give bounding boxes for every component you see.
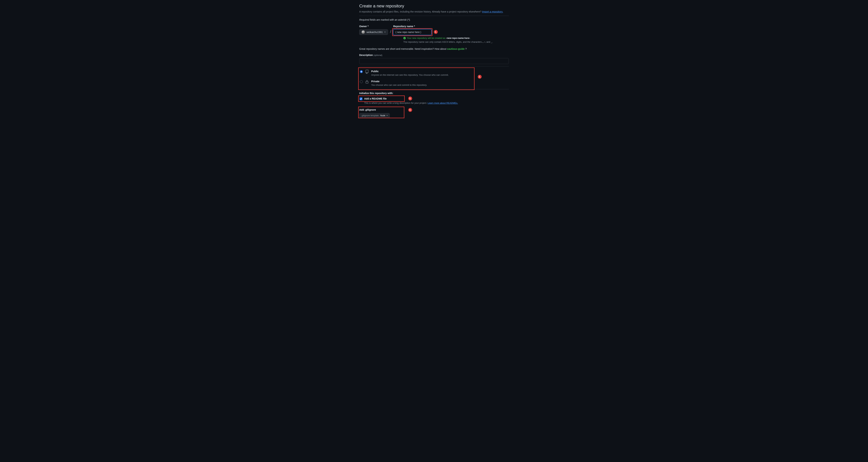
description-label: Description (optional) bbox=[359, 53, 509, 57]
gitignore-template-select[interactable]: .gitignore template: Node bbox=[359, 113, 390, 118]
divider bbox=[359, 89, 509, 89]
gitignore-template-value: Node bbox=[380, 114, 385, 117]
repo-name-inspiration: Great repository names are short and mem… bbox=[359, 47, 509, 51]
owner-repo-separator: / bbox=[390, 29, 391, 35]
visibility-public-radio[interactable] bbox=[360, 70, 363, 73]
gitignore-wrap: 4. Add .gitignore .gitignore template: N… bbox=[359, 108, 509, 118]
callout-badge-3: 3. bbox=[408, 96, 412, 100]
callout-badge-2: 2. bbox=[478, 75, 482, 79]
check-circle-icon bbox=[403, 37, 406, 39]
description-input[interactable] bbox=[359, 58, 509, 64]
repo-name-valid-msg: Your new repository will be created as -… bbox=[403, 36, 509, 40]
chevron-down-icon bbox=[386, 115, 388, 116]
owner-username: weikaichu1991 bbox=[367, 30, 383, 34]
gitignore-template-prefix: .gitignore template: bbox=[361, 114, 379, 117]
visibility-private-row[interactable]: Private You choose who can see and commi… bbox=[359, 79, 509, 89]
subhead-text: A repository contains all project files,… bbox=[359, 10, 482, 13]
readme-learn-link[interactable]: Learn more about READMEs. bbox=[428, 102, 458, 104]
subhead: A repository contains all project files,… bbox=[359, 10, 509, 13]
readme-checkbox-row[interactable]: Add a README file bbox=[359, 97, 509, 100]
import-repo-link[interactable]: Import a repository. bbox=[482, 10, 503, 13]
svg-rect-0 bbox=[366, 82, 368, 83]
repo-name-suggestion[interactable]: cautious-guide bbox=[447, 48, 465, 50]
readme-desc: This is where you can write a long descr… bbox=[364, 101, 509, 105]
required-fields-note: Required fields are marked with an aster… bbox=[359, 18, 509, 22]
avatar bbox=[362, 30, 365, 34]
initialize-label: Initialize this repository with: bbox=[359, 91, 509, 95]
owner-select[interactable]: weikaichu1991 bbox=[359, 29, 388, 35]
visibility-private-title: Private bbox=[371, 80, 427, 83]
readme-checkbox[interactable] bbox=[360, 97, 363, 100]
repo-name-validity: Your new repository will be created as -… bbox=[403, 36, 509, 44]
readme-wrap: 3. Add a README file This is where you c… bbox=[359, 97, 509, 105]
divider bbox=[359, 66, 509, 66]
visibility-private-desc: You choose who can see and commit to thi… bbox=[371, 83, 427, 87]
callout-badge-1: 1. bbox=[434, 30, 438, 34]
repo-name-input[interactable] bbox=[393, 29, 431, 35]
repo-name-hint: The repository name can only contain ASC… bbox=[403, 40, 509, 44]
readme-label: Add a README file bbox=[364, 97, 387, 100]
chevron-down-icon bbox=[384, 32, 386, 32]
gitignore-title: Add .gitignore bbox=[359, 108, 509, 112]
owner-repo-row: Owner * weikaichu1991 / Repository name … bbox=[359, 25, 509, 35]
visibility-public-row[interactable]: Public Anyone on the internet can see th… bbox=[359, 68, 509, 79]
repo-icon bbox=[365, 69, 369, 74]
repo-name-label: Repository name * bbox=[393, 25, 431, 28]
callout-badge-4: 4. bbox=[408, 108, 412, 112]
lock-icon bbox=[365, 80, 369, 84]
visibility-public-desc: Anyone on the internet can see this repo… bbox=[371, 73, 448, 77]
visibility-private-radio[interactable] bbox=[360, 80, 363, 83]
page-title: Create a new repository bbox=[359, 3, 509, 9]
repo-name-wrap: 1. bbox=[393, 29, 431, 35]
visibility-public-title: Public bbox=[371, 69, 448, 73]
visibility-block: 2. Public Anyone on the internet can see… bbox=[359, 68, 509, 88]
owner-label: Owner * bbox=[359, 25, 388, 28]
